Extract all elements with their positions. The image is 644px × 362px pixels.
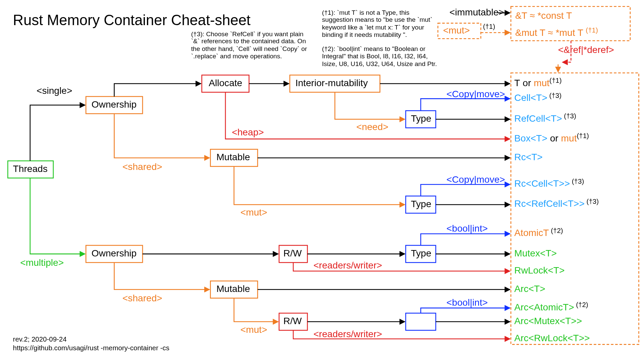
result-1: Cell<T> (†3) <box>514 92 561 103</box>
svg-text:<multiple>: <multiple> <box>20 257 64 268</box>
svg-text:<mut>: <mut> <box>443 25 470 36</box>
svg-text:Allocate: Allocate <box>209 78 242 88</box>
node-rw-2: R/W <box>279 313 307 330</box>
result-10: Arc<T> <box>514 284 545 294</box>
svg-text:Ownership: Ownership <box>92 248 137 258</box>
svg-text:<unique>: <unique> <box>122 71 162 82</box>
svg-text:<Copy|move>: <Copy|move> <box>446 174 505 185</box>
svg-text:<not need>: <not need> <box>391 71 438 82</box>
svg-text:<mut>: <mut> <box>240 207 267 218</box>
svg-text:&mut T ≈ *mut T (†1): &mut T ≈ *mut T (†1) <box>515 26 598 38</box>
svg-text:<mut>: <mut> <box>240 324 267 335</box>
svg-text:Type: Type <box>411 248 431 258</box>
result-3: Box<T> or mut(†1) <box>514 132 589 143</box>
svg-text:<& reference>: <& reference> <box>443 107 503 118</box>
footer-url: https://github.com/usagi/rust -memory-co… <box>13 344 169 352</box>
svg-text:Mutable: Mutable <box>216 284 250 294</box>
svg-text:<heap>: <heap> <box>232 127 264 137</box>
result-12: Arc<Mutex<T>> <box>514 316 582 326</box>
note-t1: (†1): `mut T` is not a Type, this sugges… <box>322 9 434 38</box>
result-7: AtomicT (†2) <box>514 227 563 238</box>
svg-text:<immutable>: <immutable> <box>449 7 504 17</box>
result-4: Rc<T> <box>514 152 542 162</box>
page-title: Rust Memory Container Cheat-sheet <box>13 12 251 28</box>
node-allocate: Allocate <box>202 75 249 92</box>
node-mutable-2: Mutable <box>210 281 258 298</box>
svg-text:Mutable: Mutable <box>216 152 250 162</box>
result-11: Arc<AtomicT> (†2) <box>514 301 588 313</box>
node-int-mut: Interior-mutability <box>290 75 380 92</box>
svg-text:&T ≈ *const T: &T ≈ *const T <box>515 10 572 21</box>
result-13: Arc<RwLock<T>> <box>514 333 590 343</box>
node-type-1: Type <box>406 111 436 128</box>
svg-text:R/W: R/W <box>283 316 302 326</box>
svg-text:<& reference>: <& reference> <box>443 193 503 203</box>
svg-text:<immutable>: <immutable> <box>264 279 319 289</box>
note-t2: (†2): `bool|int` means to "Boolean or In… <box>322 45 442 67</box>
node-ownership-2: Ownership <box>86 245 143 262</box>
result-9: RwLock<T> <box>514 265 565 276</box>
note-t3: (†3): Choose `RefCell` if you want plain… <box>191 30 311 60</box>
svg-text:<bool|int>: <bool|int> <box>446 223 488 234</box>
svg-text:<unique>: <unique> <box>149 242 188 252</box>
svg-text:R/W: R/W <box>283 248 302 258</box>
results: T or mut(†1)Cell<T> (†3)RefCell<T> (†3)B… <box>514 76 599 343</box>
footer-rev: rev.2; 2020-09-24 <box>13 335 67 343</box>
legend-block: <mut> (†1) <immutable> &T ≈ *const T &mu… <box>438 6 630 62</box>
svg-text:<readers/writer>: <readers/writer> <box>313 329 382 339</box>
result-6: Rc<RefCell<T>> (†3) <box>514 197 599 209</box>
svg-text:<bool|int>: <bool|int> <box>446 297 488 308</box>
svg-text:<&ref|*deref>: <&ref|*deref> <box>558 45 614 55</box>
node-type-3: Type <box>406 245 436 262</box>
svg-text:(†1): (†1) <box>483 22 495 30</box>
result-5: Rc<Cell<T>> (†3) <box>514 177 584 189</box>
svg-text:<stack>: <stack> <box>256 71 289 82</box>
svg-text:<any>: <any> <box>443 242 469 252</box>
node-type-2: Type <box>406 196 436 213</box>
result-0: T or mut(†1) <box>514 76 561 88</box>
svg-text:<need>: <need> <box>356 122 388 132</box>
svg-text:<shared>: <shared> <box>122 293 162 303</box>
result-2: RefCell<T> (†3) <box>514 112 576 124</box>
svg-text:<immutable>: <immutable> <box>264 146 319 156</box>
svg-text:<single>: <single> <box>37 85 72 96</box>
svg-text:<readers/writer>: <readers/writer> <box>313 260 382 270</box>
svg-text:<any>: <any> <box>443 311 469 321</box>
svg-text:Type: Type <box>411 199 431 209</box>
svg-text:Type: Type <box>411 113 431 124</box>
node-ownership-1: Ownership <box>86 97 143 114</box>
svg-text:Interior-mutability: Interior-mutability <box>296 78 368 88</box>
svg-text:<reader/writer>: <reader/writer> <box>313 310 377 320</box>
result-8: Mutex<T> <box>514 248 557 258</box>
node-rw-1: R/W <box>279 245 307 262</box>
node-mutable-1: Mutable <box>210 149 258 166</box>
svg-text:Threads: Threads <box>13 164 48 174</box>
svg-text:<reader/writer>: <reader/writer> <box>313 242 377 252</box>
svg-text:<shared>: <shared> <box>122 162 162 172</box>
svg-rect-57 <box>406 313 436 330</box>
svg-text:Ownership: Ownership <box>92 99 137 110</box>
svg-text:<Copy|move>: <Copy|move> <box>446 89 505 99</box>
node-threads: Threads <box>8 161 53 178</box>
